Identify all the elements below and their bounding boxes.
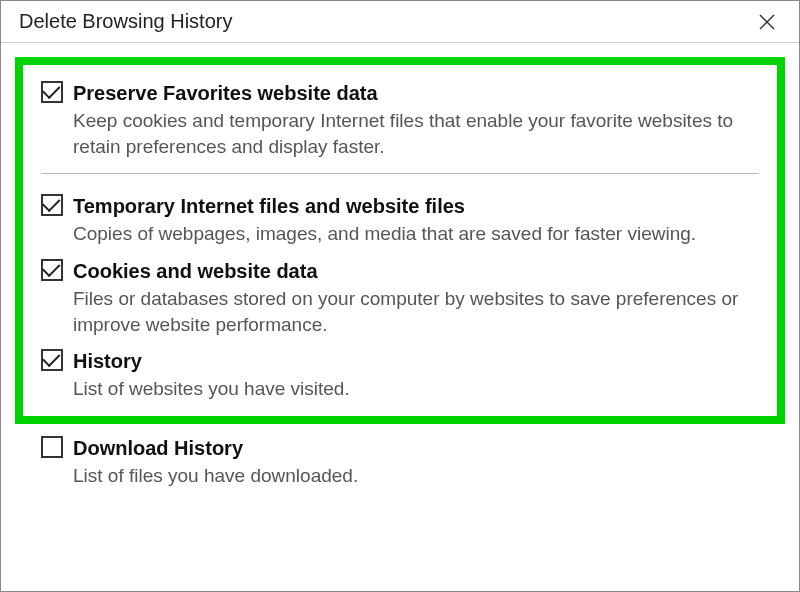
option-text: Cookies and website data Files or databa… xyxy=(73,259,759,337)
close-button[interactable] xyxy=(747,7,787,37)
option-desc: List of websites you have visited. xyxy=(73,376,759,402)
option-label: Download History xyxy=(73,436,767,461)
option-cookies: Cookies and website data Files or databa… xyxy=(41,259,759,337)
checkbox-download-history[interactable] xyxy=(41,436,63,458)
checkbox-history[interactable] xyxy=(41,349,63,371)
option-text: Temporary Internet files and website fil… xyxy=(73,194,759,247)
checkbox-preserve-favorites[interactable] xyxy=(41,81,63,103)
option-desc: List of files you have downloaded. xyxy=(73,463,767,489)
close-icon xyxy=(759,14,775,30)
window-title: Delete Browsing History xyxy=(19,10,232,33)
divider xyxy=(41,173,759,174)
titlebar: Delete Browsing History xyxy=(1,1,799,43)
dialog-window: Delete Browsing History Preserve Favorit… xyxy=(0,0,800,592)
option-label: Temporary Internet files and website fil… xyxy=(73,194,759,219)
checkbox-temp-files[interactable] xyxy=(41,194,63,216)
option-desc: Keep cookies and temporary Internet file… xyxy=(73,108,759,159)
option-label: Cookies and website data xyxy=(73,259,759,284)
highlighted-options-group: Preserve Favorites website data Keep coo… xyxy=(15,57,785,424)
option-label: Preserve Favorites website data xyxy=(73,81,759,106)
option-text: Download History List of files you have … xyxy=(73,436,767,489)
option-label: History xyxy=(73,349,759,374)
dialog-content: Preserve Favorites website data Keep coo… xyxy=(1,43,799,488)
option-history: History List of websites you have visite… xyxy=(41,349,759,402)
option-desc: Copies of webpages, images, and media th… xyxy=(73,221,759,247)
option-preserve-favorites: Preserve Favorites website data Keep coo… xyxy=(41,81,759,159)
option-text: History List of websites you have visite… xyxy=(73,349,759,402)
option-temp-files: Temporary Internet files and website fil… xyxy=(41,194,759,247)
option-download-history: Download History List of files you have … xyxy=(41,436,767,489)
checkbox-cookies[interactable] xyxy=(41,259,63,281)
option-text: Preserve Favorites website data Keep coo… xyxy=(73,81,759,159)
option-download-history-wrap: Download History List of files you have … xyxy=(15,436,785,489)
option-desc: Files or databases stored on your comput… xyxy=(73,286,759,337)
